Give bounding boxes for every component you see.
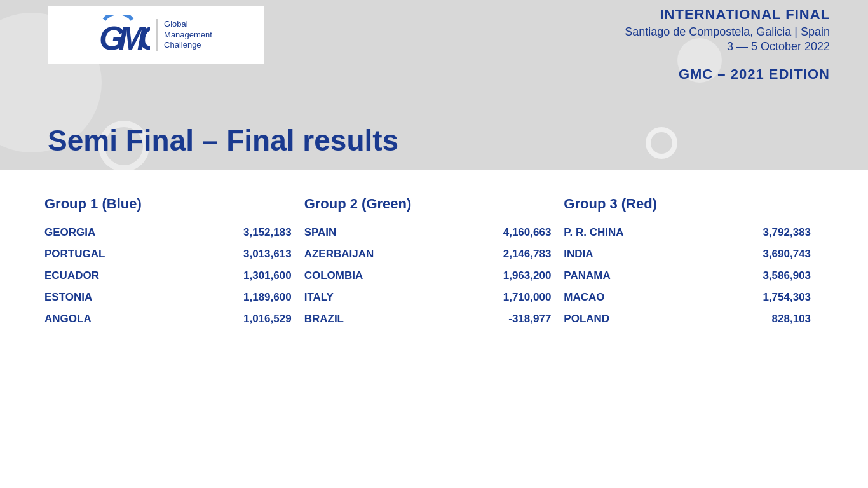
country-name: PORTUGAL bbox=[44, 248, 133, 261]
group-3-table: P. R. CHINA 3,792,383 INDIA 3,690,743 PA… bbox=[564, 226, 824, 325]
country-score: 828,103 bbox=[747, 313, 811, 325]
logo-text: Global Management Challenge bbox=[156, 19, 212, 51]
country-name: ANGOLA bbox=[44, 313, 133, 325]
logo-svg: G M C bbox=[99, 15, 150, 56]
logo-line1: Global bbox=[164, 19, 212, 30]
group-3-title: Group 3 (Red) bbox=[564, 196, 824, 212]
table-row: ITALY 1,710,000 bbox=[304, 291, 564, 304]
edition-label: GMC – 2021 EDITION bbox=[625, 66, 830, 83]
table-row: BRAZIL -318,977 bbox=[304, 313, 564, 325]
country-score: 1,963,200 bbox=[487, 269, 551, 282]
country-score: 1,301,600 bbox=[228, 269, 292, 282]
group-1-title: Group 1 (Blue) bbox=[44, 196, 304, 212]
country-name: INDIA bbox=[564, 248, 653, 261]
country-score: 3,792,383 bbox=[747, 226, 811, 239]
table-row: SPAIN 4,160,663 bbox=[304, 226, 564, 239]
table-row: COLOMBIA 1,963,200 bbox=[304, 269, 564, 282]
country-score: 1,710,000 bbox=[487, 291, 551, 304]
location-label: Santiago de Compostela, Galicia | Spain bbox=[625, 25, 830, 39]
table-row: ECUADOR 1,301,600 bbox=[44, 269, 304, 282]
table-row: POLAND 828,103 bbox=[564, 313, 824, 325]
country-name: ECUADOR bbox=[44, 269, 133, 282]
page-title-area: Semi Final – Final results bbox=[48, 123, 398, 158]
country-score: -318,977 bbox=[487, 313, 551, 325]
country-name: GEORGIA bbox=[44, 226, 133, 239]
group-2-section: Group 2 (Green) SPAIN 4,160,663 AZERBAIJ… bbox=[304, 196, 564, 334]
country-score: 4,160,663 bbox=[487, 226, 551, 239]
country-score: 3,586,903 bbox=[747, 269, 811, 282]
table-row: MACAO 1,754,303 bbox=[564, 291, 824, 304]
country-name: COLOMBIA bbox=[304, 269, 393, 282]
country-name: PANAMA bbox=[564, 269, 653, 282]
table-row: GEORGIA 3,152,183 bbox=[44, 226, 304, 239]
group-2-table: SPAIN 4,160,663 AZERBAIJAN 2,146,783 COL… bbox=[304, 226, 564, 325]
dates-label: 3 — 5 October 2022 bbox=[625, 40, 830, 53]
logo-line3: Challenge bbox=[164, 40, 212, 51]
international-final-label: INTERNATIONAL FINAL bbox=[625, 6, 830, 23]
country-score: 1,189,600 bbox=[228, 291, 292, 304]
main-content: Group 1 (Blue) GEORGIA 3,152,183 PORTUGA… bbox=[0, 170, 868, 360]
country-score: 1,016,529 bbox=[228, 313, 292, 325]
svg-text:C: C bbox=[139, 20, 150, 56]
logo-line2: Management bbox=[164, 30, 212, 41]
country-name: POLAND bbox=[564, 313, 653, 325]
country-score: 2,146,783 bbox=[487, 248, 551, 261]
group-2-title: Group 2 (Green) bbox=[304, 196, 564, 212]
country-name: AZERBAIJAN bbox=[304, 248, 393, 261]
country-score: 3,152,183 bbox=[228, 226, 292, 239]
page-title: Semi Final – Final results bbox=[48, 123, 398, 158]
country-score: 3,013,613 bbox=[228, 248, 292, 261]
country-name: ESTONIA bbox=[44, 291, 133, 304]
table-row: ANGOLA 1,016,529 bbox=[44, 313, 304, 325]
table-row: INDIA 3,690,743 bbox=[564, 248, 824, 261]
header-info: INTERNATIONAL FINAL Santiago de Composte… bbox=[625, 6, 830, 83]
country-score: 3,690,743 bbox=[747, 248, 811, 261]
country-name: BRAZIL bbox=[304, 313, 393, 325]
table-row: AZERBAIJAN 2,146,783 bbox=[304, 248, 564, 261]
table-row: PANAMA 3,586,903 bbox=[564, 269, 824, 282]
country-name: SPAIN bbox=[304, 226, 393, 239]
country-score: 1,754,303 bbox=[747, 291, 811, 304]
gmc-logo: G M C Global Management Challenge bbox=[99, 15, 212, 56]
table-row: ESTONIA 1,189,600 bbox=[44, 291, 304, 304]
header-banner: G M C Global Management Challenge INTERN… bbox=[0, 0, 868, 170]
country-name: P. R. CHINA bbox=[564, 226, 653, 239]
logo-box: G M C Global Management Challenge bbox=[48, 6, 264, 64]
group-1-table: GEORGIA 3,152,183 PORTUGAL 3,013,613 ECU… bbox=[44, 226, 304, 325]
group-1-section: Group 1 (Blue) GEORGIA 3,152,183 PORTUGA… bbox=[44, 196, 304, 334]
table-row: P. R. CHINA 3,792,383 bbox=[564, 226, 824, 239]
decorative-circle-ring bbox=[646, 127, 677, 159]
country-name: MACAO bbox=[564, 291, 653, 304]
group-3-section: Group 3 (Red) P. R. CHINA 3,792,383 INDI… bbox=[564, 196, 824, 334]
country-name: ITALY bbox=[304, 291, 393, 304]
table-row: PORTUGAL 3,013,613 bbox=[44, 248, 304, 261]
groups-container: Group 1 (Blue) GEORGIA 3,152,183 PORTUGA… bbox=[44, 196, 824, 334]
